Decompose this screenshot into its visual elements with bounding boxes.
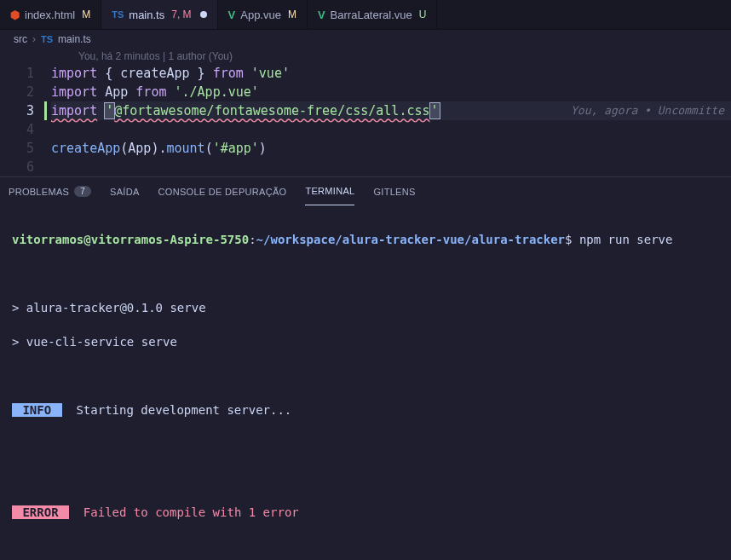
panel-tab-problems[interactable]: PROBLEMAS 7: [9, 177, 91, 205]
terminal-line: [12, 538, 719, 555]
code-line: import { createApp } from 'vue': [51, 64, 731, 83]
terminal-line: [12, 265, 719, 282]
terminal[interactable]: vitorramos@vitorramos-Aspire-5750:~/work…: [0, 205, 731, 560]
tab-label: main.ts: [129, 9, 164, 21]
code-editor[interactable]: 1 2 3 4 5 6 import { createApp } from 'v…: [0, 64, 731, 176]
panel-tab-gitlens[interactable]: GITLENS: [373, 177, 415, 205]
modified-gutter-icon: [44, 101, 47, 120]
terminal-line: > vue-cli-service serve: [12, 333, 719, 350]
terminal-line: [12, 436, 719, 453]
terminal-line: [12, 367, 719, 384]
tab-index-html[interactable]: ⬢ index.html M: [0, 0, 101, 29]
gitlens-blame: You, agora • Uncommitte: [571, 101, 724, 120]
panel-tabs: PROBLEMAS 7 SAÍDA CONSOLE DE DEPURAÇÃO T…: [0, 176, 731, 205]
terminal-line: INFO Starting development server...: [12, 401, 719, 419]
panel-tab-terminal[interactable]: TERMINAL: [305, 177, 354, 205]
code-line: [51, 120, 731, 139]
terminal-line: vitorramos@vitorramos-Aspire-5750:~/work…: [12, 231, 719, 248]
tab-barralateral-vue[interactable]: V BarraLateral.vue U: [308, 0, 437, 29]
tab-main-ts[interactable]: TS main.ts 7, M: [101, 0, 217, 29]
tab-status: M: [288, 9, 296, 20]
editor-tabs: ⬢ index.html M TS main.ts 7, M V App.vue…: [0, 0, 731, 30]
chevron-right-icon: ›: [32, 33, 36, 45]
code-content[interactable]: import { createApp } from 'vue' import A…: [51, 64, 731, 176]
tab-label: index.html: [25, 9, 75, 21]
vue-icon: V: [318, 9, 325, 21]
line-gutter: 1 2 3 4 5 6: [0, 64, 51, 176]
error-badge: ERROR: [12, 505, 69, 519]
ts-icon: TS: [41, 34, 53, 44]
code-line-active: import '@fortawesome/fontawesome-free/cs…: [51, 101, 731, 120]
vue-icon: V: [228, 9, 236, 21]
problems-count-badge: 7: [74, 186, 91, 197]
tab-label: App.vue: [240, 9, 281, 21]
code-line: import App from './App.vue': [51, 83, 731, 101]
code-line: createApp(App).mount('#app'): [51, 139, 731, 158]
tab-status: 7, M: [171, 9, 191, 20]
codelens[interactable]: You, há 2 minutos | 1 author (You): [0, 49, 731, 64]
breadcrumb[interactable]: src › TS main.ts: [0, 30, 731, 49]
code-line: [51, 158, 731, 176]
tab-app-vue[interactable]: V App.vue M: [218, 0, 308, 29]
ts-icon: TS: [112, 9, 124, 20]
breadcrumb-segment: main.ts: [58, 33, 91, 45]
info-badge: INFO: [12, 403, 62, 417]
tab-label: BarraLateral.vue: [331, 9, 412, 21]
terminal-line: ERROR Failed to compile with 1 error: [12, 504, 719, 521]
panel-tab-output[interactable]: SAÍDA: [110, 177, 140, 205]
breadcrumb-segment: src: [14, 33, 27, 45]
html5-icon: ⬢: [10, 9, 20, 21]
dirty-indicator-icon: [200, 11, 207, 18]
tab-status: U: [419, 9, 427, 20]
panel-tab-debug-console[interactable]: CONSOLE DE DEPURAÇÃO: [158, 177, 287, 205]
terminal-line: > alura-tracker@0.1.0 serve: [12, 299, 719, 316]
tab-status: M: [82, 9, 90, 20]
terminal-line: [12, 470, 719, 487]
